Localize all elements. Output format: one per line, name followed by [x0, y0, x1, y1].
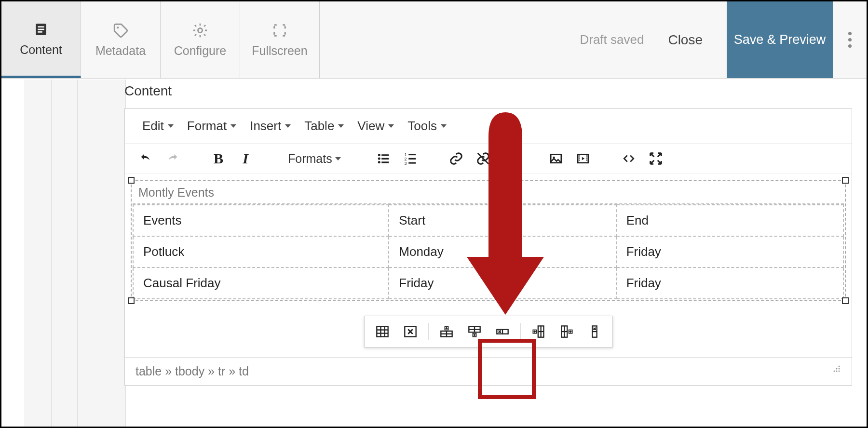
table-cell[interactable]: Friday [616, 236, 843, 268]
section-heading: Content [124, 83, 852, 99]
svg-rect-13 [408, 154, 416, 155]
unlink-button[interactable] [475, 150, 491, 167]
caret-down-icon [335, 157, 341, 160]
content-icon [32, 21, 50, 38]
svg-rect-28 [377, 327, 388, 337]
save-preview-button[interactable]: Save & Preview [727, 1, 833, 78]
svg-rect-1 [38, 26, 44, 27]
tab-metadata[interactable]: Metadata [81, 1, 161, 78]
menu-tools[interactable]: Tools [401, 116, 453, 136]
bookmark-button[interactable] [502, 150, 518, 167]
svg-rect-2 [38, 28, 44, 30]
formats-dropdown[interactable]: Formats [283, 152, 346, 166]
svg-point-10 [378, 161, 380, 163]
svg-rect-22 [579, 156, 580, 157]
delete-row-button[interactable] [490, 321, 515, 342]
table-cell[interactable]: Monday [389, 236, 616, 268]
svg-point-4 [117, 27, 119, 28]
svg-point-5 [198, 28, 202, 32]
left-gutter [25, 80, 126, 427]
table-cell[interactable]: End [616, 205, 843, 236]
table-row[interactable]: Causal Friday Friday Friday [133, 268, 843, 299]
table-properties-button[interactable] [370, 321, 394, 342]
resize-handle[interactable] [128, 297, 135, 304]
caret-down-icon [338, 124, 344, 128]
close-button[interactable]: Close [668, 32, 703, 48]
menu-table[interactable]: Table [298, 116, 351, 136]
delete-col-button[interactable] [583, 321, 607, 342]
gear-icon [191, 22, 209, 39]
menu-view[interactable]: View [351, 116, 401, 136]
svg-rect-17 [408, 162, 416, 164]
svg-point-62 [839, 366, 840, 367]
svg-rect-23 [579, 158, 580, 159]
svg-point-66 [836, 371, 838, 372]
insert-col-before-button[interactable] [527, 321, 551, 342]
svg-rect-26 [586, 158, 587, 159]
resize-handle[interactable] [842, 297, 849, 304]
tab-label: Configure [174, 44, 226, 58]
table-cell[interactable]: Start [389, 205, 616, 236]
insert-row-after-button[interactable] [462, 321, 487, 342]
caret-down-icon [388, 124, 394, 128]
svg-point-65 [839, 371, 840, 372]
svg-point-8 [378, 158, 380, 160]
svg-rect-9 [381, 158, 389, 160]
image-button[interactable] [548, 150, 564, 167]
table-cell[interactable]: Friday [616, 268, 843, 299]
editor-menubar: Edit Format Insert Table View Tools [125, 109, 852, 144]
top-tab-bar: Content Metadata Configure Fullscreen Dr… [1, 1, 867, 79]
tab-configure[interactable]: Configure [161, 1, 240, 78]
code-button[interactable] [621, 150, 637, 167]
resize-grip-icon[interactable] [832, 364, 841, 373]
svg-rect-11 [381, 161, 389, 163]
caret-down-icon [231, 124, 236, 128]
media-button[interactable] [575, 150, 591, 167]
vertical-dots-icon [848, 32, 852, 48]
expand-button[interactable] [648, 150, 664, 167]
menu-insert[interactable]: Insert [243, 116, 298, 136]
fullscreen-icon [271, 22, 288, 39]
table-caption[interactable]: Montly Events [133, 182, 844, 204]
more-menu-button[interactable] [833, 1, 867, 78]
italic-button[interactable]: I [237, 150, 254, 167]
resize-handle[interactable] [128, 177, 135, 184]
insert-row-before-button[interactable] [434, 321, 459, 342]
draft-status: Draft saved [580, 32, 644, 47]
numbered-list-button[interactable]: 123 [402, 150, 419, 167]
table-cell[interactable]: Events [133, 205, 389, 236]
table-cell[interactable]: Potluck [133, 236, 389, 268]
bold-button[interactable]: B [210, 150, 227, 167]
table-cell[interactable]: Friday [389, 268, 616, 299]
tab-fullscreen[interactable]: Fullscreen [240, 1, 320, 78]
menu-format[interactable]: Format [180, 116, 243, 136]
table-context-toolbar [364, 316, 613, 348]
menu-edit[interactable]: Edit [136, 116, 180, 136]
tab-label: Metadata [95, 44, 146, 58]
insert-col-after-button[interactable] [555, 321, 579, 342]
table-row[interactable]: Events Start End [133, 205, 843, 236]
tab-label: Content [20, 43, 62, 57]
svg-point-63 [839, 368, 840, 370]
delete-table-button[interactable] [398, 321, 422, 342]
svg-rect-15 [408, 158, 416, 160]
element-path[interactable]: table » tbody » tr » td [136, 364, 249, 378]
tab-label: Fullscreen [252, 44, 307, 58]
editor-toolbar: B I Formats 123 [125, 144, 852, 174]
editor-statusbar: table » tbody » tr » td [125, 357, 852, 385]
caret-down-icon [285, 124, 291, 128]
table-row[interactable]: Potluck Monday Friday [133, 236, 843, 268]
svg-point-67 [834, 371, 835, 372]
svg-rect-3 [38, 31, 42, 33]
editable-table[interactable]: Montly Events Events Start End Potluck M… [131, 180, 846, 301]
svg-rect-7 [381, 154, 389, 156]
editor-canvas[interactable]: Montly Events Events Start End Potluck M… [125, 174, 852, 323]
redo-button[interactable] [164, 150, 181, 167]
svg-rect-27 [586, 160, 587, 160]
tab-content[interactable]: Content [1, 1, 81, 78]
bullet-list-button[interactable] [375, 150, 392, 167]
undo-button[interactable] [137, 150, 154, 167]
table-cell[interactable]: Causal Friday [133, 268, 389, 299]
resize-handle[interactable] [842, 177, 849, 184]
link-button[interactable] [448, 150, 464, 167]
